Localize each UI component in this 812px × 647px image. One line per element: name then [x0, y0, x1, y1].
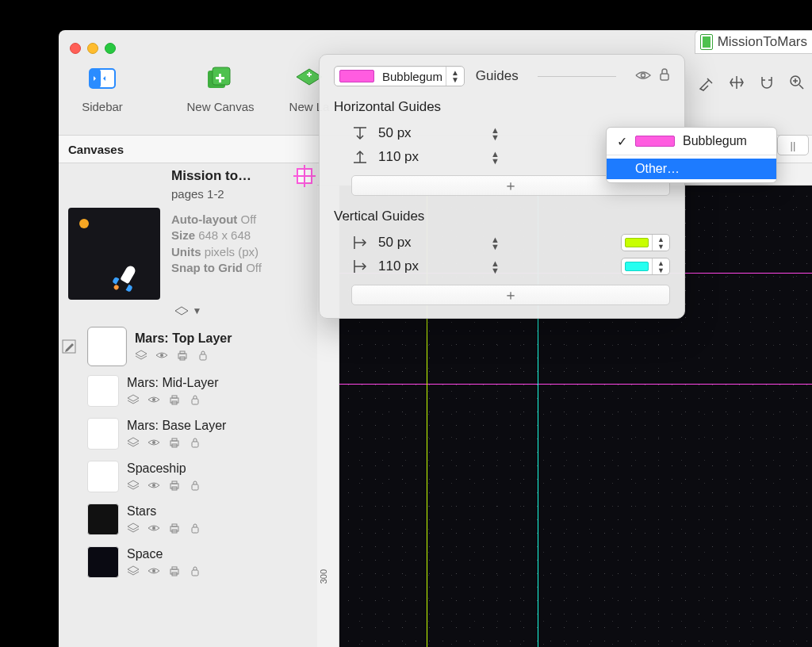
lock-icon[interactable] [189, 565, 201, 577]
eye-icon[interactable] [147, 565, 160, 577]
guide-value[interactable]: 50 px [378, 125, 434, 141]
horizontal-guide-icon [351, 124, 369, 142]
print-icon[interactable] [168, 522, 181, 534]
guide-color-picker[interactable]: Bubblegum ▲▼ [334, 66, 465, 86]
lock-icon[interactable] [189, 522, 201, 534]
document-tab[interactable]: MissionToMars [695, 30, 812, 54]
menu-item-label: Bubblegum [683, 134, 747, 148]
new-canvas-button[interactable]: New Canvas [173, 62, 268, 113]
guide-row[interactable]: 50 px ▲▼ ▲▼ [334, 231, 670, 255]
layer-row[interactable]: Spaceship [59, 455, 317, 498]
edit-layer-icon[interactable] [59, 338, 79, 355]
eye-icon[interactable] [147, 522, 160, 534]
menu-item-bubblegum[interactable]: ✓ Bubblegum [607, 131, 776, 151]
layer-row[interactable]: Mars: Mid-Layer [59, 369, 317, 412]
broom-tool-button[interactable] [691, 71, 722, 94]
guides-title: Guides [476, 68, 519, 84]
guide-horizontal[interactable] [339, 384, 812, 385]
print-icon[interactable] [168, 393, 181, 406]
magnet-tool-button[interactable] [752, 71, 782, 94]
layers-toolbar[interactable]: ▼ [174, 303, 317, 317]
layer-status-icons [127, 393, 311, 406]
svg-marker-12 [175, 307, 188, 315]
layer-stack-icon[interactable] [127, 522, 140, 534]
horizontal-guides-title: Horizontal Guides [334, 99, 670, 115]
lock-icon[interactable] [189, 479, 201, 492]
visibility-toggle[interactable] [635, 68, 651, 85]
close-window-button[interactable] [70, 43, 81, 54]
sidebar-toggle[interactable]: Sidebar [59, 62, 146, 113]
svg-point-21 [152, 398, 155, 401]
layer-row[interactable]: Space [59, 541, 317, 584]
align-tool-button[interactable] [722, 71, 752, 94]
svg-rect-25 [192, 399, 198, 404]
svg-rect-19 [200, 354, 206, 360]
stepper-icon[interactable]: ▲▼ [491, 127, 500, 140]
sidebar-icon [59, 62, 146, 95]
new-canvas-icon [173, 62, 268, 95]
print-icon[interactable] [168, 436, 181, 449]
layer-status-icons [127, 436, 311, 449]
stepper-icon[interactable]: ▲▼ [491, 260, 500, 274]
zoom-tool-button[interactable] [782, 71, 812, 94]
layer-name: Spaceship [127, 461, 311, 476]
layer-swatch [87, 375, 119, 407]
menu-item-other[interactable]: Other… [607, 159, 776, 179]
zoom-window-button[interactable] [105, 43, 116, 54]
stepper-icon: ▲▼ [652, 235, 669, 251]
svg-marker-32 [128, 480, 139, 487]
svg-rect-47 [172, 567, 177, 569]
stepper-icon[interactable]: ▲▼ [491, 236, 500, 250]
eye-icon[interactable] [147, 479, 160, 492]
eye-icon[interactable] [155, 349, 168, 362]
print-icon[interactable] [168, 565, 181, 577]
color-swatch-icon [625, 262, 649, 271]
layer-row[interactable]: Stars [59, 498, 317, 541]
layer-stack-icon[interactable] [127, 565, 140, 577]
print-icon[interactable] [176, 349, 189, 362]
lock-toggle[interactable] [659, 68, 670, 85]
layer-status-icons [135, 349, 311, 362]
layer-swatch [87, 327, 127, 366]
toolbar-right-group [691, 68, 812, 97]
layer-name: Mars: Base Layer [127, 419, 311, 433]
color-swatch-icon [635, 136, 675, 147]
minimize-window-button[interactable] [87, 43, 98, 54]
lock-icon[interactable] [197, 349, 209, 362]
guide-value[interactable]: 110 px [378, 258, 434, 274]
canvas-selected-indicator [297, 168, 312, 184]
guide-row[interactable]: 110 px ▲▼ ▲▼ [334, 255, 670, 278]
add-vertical-guide-button[interactable]: ＋ [351, 285, 670, 305]
layer-stack-icon[interactable] [127, 393, 140, 406]
guide-value[interactable]: 110 px [378, 149, 434, 165]
svg-marker-26 [128, 438, 139, 444]
svg-rect-7 [216, 77, 224, 79]
canvas-card[interactable]: Mission to… pages 1-2 Auto-layout Off Si… [59, 163, 317, 284]
check-icon: ✓ [616, 134, 627, 149]
stepper-icon: ▲▼ [446, 67, 464, 86]
guide-row-color-picker[interactable]: ▲▼ [621, 234, 670, 251]
svg-rect-51 [661, 74, 668, 80]
stepper-icon[interactable]: ▲▼ [491, 151, 500, 164]
layer-name: Mars: Mid-Layer [127, 376, 311, 390]
lock-icon[interactable] [189, 393, 201, 406]
svg-marker-20 [128, 395, 139, 401]
layer-stack-icon[interactable] [127, 479, 140, 492]
guide-row-color-picker[interactable]: ▲▼ [621, 258, 670, 275]
eye-icon[interactable] [147, 393, 160, 406]
eye-icon[interactable] [147, 436, 160, 449]
guide-value[interactable]: 50 px [378, 235, 434, 251]
lock-icon[interactable] [189, 436, 201, 449]
layer-stack-icon[interactable] [135, 349, 147, 362]
layer-status-icons [127, 565, 311, 577]
print-icon[interactable] [168, 479, 181, 492]
layer-stack-icon[interactable] [127, 436, 140, 449]
segmented-button[interactable]: || [777, 135, 809, 155]
svg-marker-38 [128, 523, 139, 530]
layer-row[interactable]: Mars: Top Layer [59, 324, 317, 369]
svg-point-39 [152, 526, 155, 530]
window-controls [70, 43, 116, 54]
document-name: MissionToMars [718, 34, 807, 50]
layer-row[interactable]: Mars: Base Layer [59, 412, 317, 455]
svg-marker-44 [128, 566, 139, 572]
